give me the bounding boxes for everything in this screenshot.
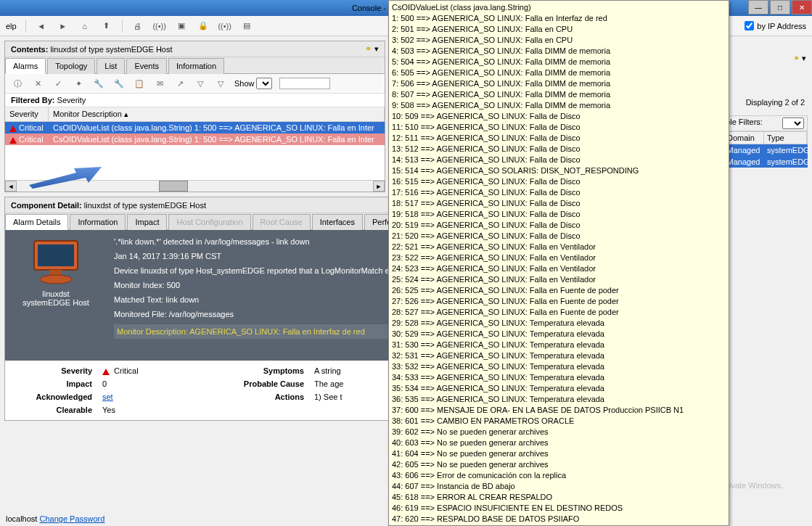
tooltip-line: 33: 532 ==> AGENERICA_SO LINUX: Temperat… [392,361,726,372]
component-icon: linuxdst systemEDGE Host [12,237,99,353]
critical-icon [9,126,17,132]
change-password-link[interactable]: Change Password [39,514,104,523]
export-icon[interactable]: ↗ [173,77,186,90]
back-icon[interactable]: ◄ [35,20,48,33]
tooltip-line: 36: 535 ==> AGENERICA_SO LINUX: Temperat… [392,394,726,405]
ack-label: Acknowledged [11,393,98,401]
wrench2-icon[interactable]: 🔧 [112,77,126,90]
broadcast-icon[interactable]: ((•)) [218,20,231,33]
tooltip-line: 35: 534 ==> AGENERICA_SO LINUX: Temperat… [392,383,726,394]
scroll-right-icon[interactable]: ► [373,181,385,192]
maximize-button[interactable]: □ [770,0,790,15]
tab-root-cause: Root Cause [253,214,311,230]
tooltip-line: 3: 502 ==> AGENERICA_SO LINUX: Falla en … [392,35,726,46]
mail-icon[interactable]: ✉ [153,77,166,90]
close-button[interactable]: ✕ [792,0,812,15]
clearable-label: Clearable [11,406,98,414]
filters-select[interactable] [782,118,804,129]
tooltip-line: 32: 531 ==> AGENERICA_SO LINUX: Temperat… [392,350,726,361]
alarm-row[interactable]: Critical CsOIDValueList (class java.lang… [5,122,385,133]
tab-topology[interactable]: Topology [47,58,95,74]
up-icon[interactable]: ⌂ [78,20,91,33]
print-icon[interactable]: 🖨 [131,20,144,33]
ack-set-link[interactable]: set [102,393,113,401]
tooltip-line: 18: 517 ==> AGENERICA_SO LINUX: Falla de… [392,198,726,209]
collapse-icon[interactable]: ▾ [374,44,379,54]
tooltip-line: 13: 512 ==> AGENERICA_SO LINUX: Falla de… [392,144,726,155]
tab-impact[interactable]: Impact [127,214,167,230]
impact-value: 0 [102,379,218,388]
menu-help[interactable]: elp [6,22,17,30]
forward-icon[interactable]: ► [57,20,70,33]
info-icon[interactable]: ⓘ [11,77,24,90]
tab-host-config: Host Configuration [168,214,250,230]
scroll-left-icon[interactable]: ◄ [5,181,17,192]
ip-address-checkbox[interactable]: by IP Address [745,21,806,30]
detail-text: linuxdst of type systemEDGE Host [84,201,206,210]
tooltip-line: 47: 620 ==> RESPALDO BASE DE DATOS PSIIA… [392,514,726,525]
symptoms-label: Symptoms [223,366,310,375]
tab-events[interactable]: Events [126,58,167,74]
tooltip-line: 22: 521 ==> AGENERICA_SO LINUX: Falla en… [392,242,726,252]
tooltip-line: 31: 530 ==> AGENERICA_SO LINUX: Temperat… [392,340,726,350]
tooltip-line: 42: 605 ==> No se pueden generar archive… [392,459,726,470]
filter-icon[interactable]: ▽ [194,77,207,90]
tooltip-line: 26: 525 ==> AGENERICA_SO LINUX: Falla en… [392,285,726,296]
tooltip-line: 5: 504 ==> AGENERICA_SO LINUX: Falla DIM… [392,57,726,67]
scroll-thumb[interactable] [159,181,188,192]
windows-icon[interactable]: ▤ [240,20,253,33]
tab-information[interactable]: Information [168,58,224,74]
copy-icon[interactable]: 📋 [133,77,146,90]
monitor-icon [27,237,85,288]
footer: localhost Change Password [0,511,110,526]
icon-label-2: systemEDGE Host [12,298,99,307]
tooltip-line: 45: 618 ==> ERROR AL CREAR RESPALDO [392,492,726,503]
tooltip-line: 11: 510 ==> AGENERICA_SO LINUX: Falla de… [392,122,726,133]
arrow-annotation [29,167,102,189]
col-type[interactable]: Type [764,132,807,144]
tooltip-line: 17: 516 ==> AGENERICA_SO LINUX: Falla de… [392,187,726,198]
tooltip-line: 10: 509 ==> AGENERICA_SO LINUX: Falla de… [392,111,726,122]
lock-icon[interactable]: 🔒 [197,20,210,33]
svg-point-4 [40,275,72,284]
tooltip-line: 46: 619 ==> ESPACIO INSUFICIENTE EN EL D… [392,503,726,514]
tab-alarms[interactable]: Alarms [5,58,46,74]
tab-alarm-details[interactable]: Alarm Details [5,214,68,230]
minimize-button[interactable]: — [748,0,768,15]
wifi-icon[interactable]: ((•)) [153,20,166,33]
tooltip-line: 41: 604 ==> No se pueden generar archive… [392,448,726,459]
tooltip-line: 39: 602 ==> No se pueden generar archive… [392,427,726,437]
tab-list[interactable]: List [97,58,125,74]
stack-icon[interactable]: ▣ [175,20,188,33]
link-icon[interactable]: ⚭ [365,44,372,54]
alarm-row[interactable]: Critical CsOIDValueList (class java.lang… [5,133,385,145]
col-monitor-desc[interactable]: Monitor Description ▴ [49,107,385,121]
wrench-icon[interactable]: 🔧 [92,77,105,90]
col-severity[interactable]: Severity [5,107,49,121]
tooltip-line: 6: 505 ==> AGENERICA_SO LINUX: Falla DIM… [392,67,726,78]
tooltip-line: 28: 527 ==> AGENERICA_SO LINUX: Falla en… [392,307,726,318]
show-select[interactable] [256,78,272,89]
tooltip-line: 25: 524 ==> AGENERICA_SO LINUX: Falla en… [392,274,726,285]
tab-interfaces[interactable]: Interfaces [312,214,363,230]
icon-label-1: linuxdst [12,289,99,298]
tooltip-line: 37: 600 ==> MENSAJE DE ORA- EN LA BASE D… [392,405,726,416]
clearable-value: Yes [102,406,218,414]
filter-input[interactable] [279,78,330,89]
home-icon[interactable]: ⬆ [100,20,113,33]
tooltip-line: 29: 528 ==> AGENERICA_SO LINUX: Temperat… [392,318,726,329]
collapse-icon[interactable]: ▾ [802,54,806,62]
svg-marker-0 [29,167,102,189]
link-icon[interactable]: ⚭ [793,54,800,62]
filter2-icon[interactable]: ▽ [214,77,227,90]
tooltip-line: 1: 500 ==> AGENERICA_SO LINUX: Falla en … [392,13,726,24]
tooltip-line: 16: 515 ==> AGENERICA_SO LINUX: Falla de… [392,176,726,187]
tooltip-line: 4: 503 ==> AGENERICA_SO LINUX: Falla DIM… [392,46,726,57]
delete-icon[interactable]: ✕ [31,77,44,90]
tooltip-line: 15: 514 ==> AGENERICA_SO SOLARIS: DISK_N… [392,165,726,176]
critical-icon [102,369,110,375]
star-icon[interactable]: ✦ [72,77,85,90]
tab-information[interactable]: Information [70,214,126,230]
show-label: Show [234,79,255,88]
check-icon[interactable]: ✓ [52,77,65,90]
